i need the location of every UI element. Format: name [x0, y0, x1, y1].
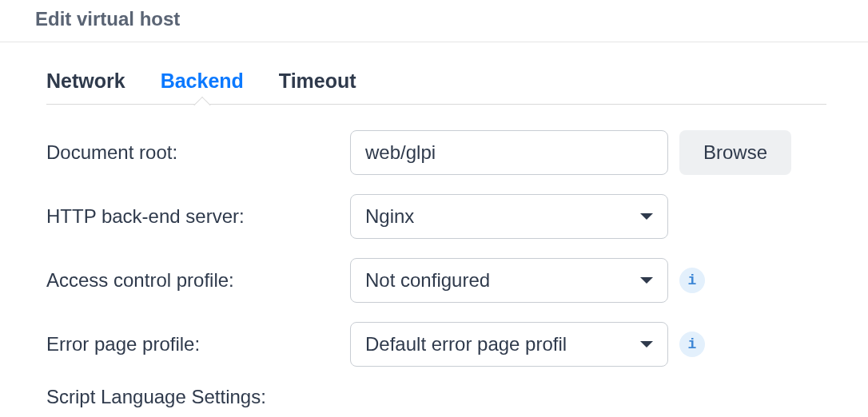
select-error-page-value: Default error page profil	[365, 333, 567, 355]
content-wrap: Network Backend Timeout Document root: B…	[0, 70, 868, 408]
select-error-page[interactable]: Default error page profil	[350, 322, 668, 367]
input-document-root[interactable]	[350, 130, 668, 175]
caret-down-icon	[640, 341, 653, 348]
label-document-root: Document root:	[46, 141, 350, 164]
tab-timeout[interactable]: Timeout	[279, 70, 356, 104]
tab-backend[interactable]: Backend	[161, 70, 244, 104]
row-http-backend: HTTP back-end server: Nginx	[46, 194, 826, 239]
info-icon[interactable]: i	[679, 268, 705, 293]
label-http-backend: HTTP back-end server:	[46, 205, 350, 228]
dialog-header: Edit virtual host	[0, 0, 868, 42]
select-access-control-value: Not configured	[365, 269, 490, 292]
row-document-root: Document root: Browse	[46, 130, 826, 175]
caret-down-icon	[640, 277, 653, 284]
row-access-control: Access control profile: Not configured i	[46, 258, 826, 303]
label-script-lang: Script Language Settings:	[46, 386, 350, 408]
info-icon[interactable]: i	[679, 332, 705, 357]
dialog-title: Edit virtual host	[35, 8, 841, 30]
select-http-backend[interactable]: Nginx	[350, 194, 668, 239]
row-script-lang: Script Language Settings:	[46, 386, 826, 408]
label-access-control: Access control profile:	[46, 269, 350, 292]
row-error-page: Error page profile: Default error page p…	[46, 322, 826, 367]
select-http-backend-value: Nginx	[365, 205, 414, 228]
form-rows: Document root: Browse HTTP back-end serv…	[46, 105, 826, 408]
label-error-page: Error page profile:	[46, 333, 350, 355]
tab-network[interactable]: Network	[46, 70, 125, 104]
select-access-control[interactable]: Not configured	[350, 258, 668, 303]
caret-down-icon	[640, 213, 653, 220]
browse-button[interactable]: Browse	[679, 130, 791, 175]
tab-bar: Network Backend Timeout	[46, 70, 826, 105]
